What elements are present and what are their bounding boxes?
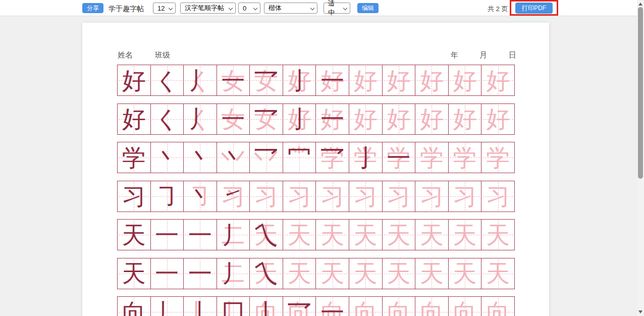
print-pdf-button[interactable]: 打印PDF — [515, 3, 553, 14]
grid-cell: 好 — [383, 65, 416, 95]
grid-cell: 向一 — [316, 297, 349, 316]
toolbar: 分享 学于趣字帖 12 汉字笔顺字帖 0 楷体 适中 编辑 共 2 页 打印PD… — [0, 0, 637, 16]
grid-cell: 天 — [415, 258, 449, 289]
stroke-character: ㇀ — [217, 181, 250, 212]
template-select[interactable]: 汉字笔顺字帖 — [180, 3, 236, 14]
stroke-character: 丨 — [184, 297, 217, 316]
grid-cell: 天 — [383, 258, 416, 289]
stroke-character: 一 — [316, 297, 349, 316]
stroke-character: 一 — [217, 65, 250, 95]
grid-cell: 学一 — [383, 142, 416, 173]
grid-cell: 二丿 — [217, 220, 250, 250]
offset-select[interactable]: 0 — [238, 3, 260, 14]
grid-cell: 天 — [283, 258, 316, 289]
trace-character: 好 — [415, 65, 448, 95]
grid-cell: 丿冂 — [217, 297, 250, 316]
stroke-character: 亅 — [283, 104, 316, 134]
stroke-character: 乀 — [250, 220, 283, 250]
stroke-character: 一 — [316, 104, 349, 134]
trace-character: 天 — [415, 258, 448, 289]
stroke-character: 一 — [383, 142, 415, 173]
grid-cell: 天 — [283, 220, 316, 250]
stroke-character: 一 — [151, 220, 184, 250]
grid-cell: 向丨 — [250, 297, 283, 316]
stroke-character: く — [151, 104, 184, 134]
grid-cell: 好一 — [316, 65, 349, 95]
grid-cell: 向 — [118, 297, 151, 316]
grid-cell: 天 — [481, 258, 514, 289]
grid-cell: 好亅 — [283, 65, 316, 95]
month-label: 月 — [479, 50, 487, 60]
trace-character: 习 — [383, 181, 415, 212]
practice-row: 向丿丿丨丿冂向丨向乛向一向向向向向 — [117, 296, 515, 316]
grid-cell: 好 — [415, 104, 449, 134]
stroke-character: 天 — [118, 258, 150, 289]
template-value: 汉字笔顺字帖 — [185, 4, 224, 13]
trace-character: 向 — [383, 297, 415, 316]
trace-character: 天 — [283, 220, 316, 250]
vertical-scrollbar[interactable] — [637, 0, 644, 316]
grid-cell: 天 — [481, 220, 514, 250]
stroke-character: く — [151, 65, 184, 95]
practice-sheet-page: 姓名 班级 年 月 日 好くく丿女一女乛好亅好一好好好好好好くく丿女一女乛好亅好… — [82, 23, 549, 316]
grid-cell: 习 — [349, 181, 383, 212]
stroke-character: 冖 — [283, 142, 316, 173]
font-family-select[interactable]: 楷体 — [264, 3, 317, 14]
grid-cell: 向 — [383, 297, 416, 316]
trace-character: 天 — [283, 258, 316, 289]
trace-character: 天 — [449, 258, 481, 289]
chevron-down-icon — [253, 6, 257, 10]
grid-cell: 一 — [151, 220, 184, 250]
grid-cell: 好一 — [316, 104, 349, 134]
scroll-down-arrow-icon[interactable] — [638, 310, 642, 313]
practice-row: 习㇆㇆丶习㇀习习习习习习习习 — [117, 181, 515, 212]
grid-cell: 女一 — [217, 104, 250, 134]
grid-cell: く — [151, 104, 184, 134]
density-select[interactable]: 适中 — [324, 3, 350, 14]
scroll-up-arrow-icon[interactable] — [638, 3, 642, 6]
stroke-character: 一 — [184, 220, 217, 250]
trace-character: 好 — [481, 65, 514, 95]
edit-button[interactable]: 编辑 — [357, 3, 379, 13]
grid-cell: 女乛 — [250, 65, 283, 95]
stroke-character: 乛 — [250, 65, 283, 95]
font-size-value: 12 — [157, 5, 165, 12]
grid-cell: 好 — [481, 65, 514, 95]
grid-cell: 天 — [449, 220, 482, 250]
stroke-character: 学 — [118, 142, 150, 173]
trace-character: 好 — [349, 104, 382, 134]
grid-cell: 天乀 — [250, 220, 283, 250]
grid-cell: 天 — [383, 220, 416, 250]
share-button[interactable]: 分享 — [82, 3, 103, 13]
grid-cell: 天乀 — [250, 258, 283, 289]
scrollbar-thumb[interactable] — [638, 7, 643, 179]
grid-cell: 习 — [449, 181, 482, 212]
trace-character: 好 — [383, 104, 415, 134]
trace-character: 习 — [449, 181, 481, 212]
grid-cell: 丿 — [151, 297, 184, 316]
grid-cell: 习 — [316, 181, 349, 212]
grid-cell: 天 — [349, 220, 383, 250]
grid-cell: 丿丨 — [184, 297, 217, 316]
grid-cell: 一一 — [184, 220, 217, 250]
font-size-select[interactable]: 12 — [153, 3, 176, 14]
stroke-character: 丿 — [184, 65, 217, 95]
trace-character: 习 — [283, 181, 316, 212]
chevron-down-icon — [310, 6, 314, 10]
grid-cell: 学 — [118, 142, 151, 173]
name-label: 姓名 — [118, 50, 133, 60]
stroke-character: 亅 — [349, 142, 382, 173]
grid-cell: 学 — [449, 142, 482, 173]
stroke-character: 一 — [151, 258, 184, 289]
practice-row: 好くく丿女一女乛好亅好一好好好好好 — [117, 103, 515, 135]
grid-cell: 天 — [118, 258, 151, 289]
grid-cell: 天 — [316, 220, 349, 250]
grid-cell: 学亅 — [349, 142, 383, 173]
grid-cell: 习㇀ — [217, 181, 250, 212]
grid-cell: 向 — [481, 297, 514, 316]
chevron-down-icon — [169, 6, 173, 10]
stroke-character: 丶 — [151, 142, 184, 173]
grid-cell: く — [151, 65, 184, 95]
trace-character: 向 — [349, 297, 382, 316]
chevron-down-icon — [229, 6, 233, 10]
